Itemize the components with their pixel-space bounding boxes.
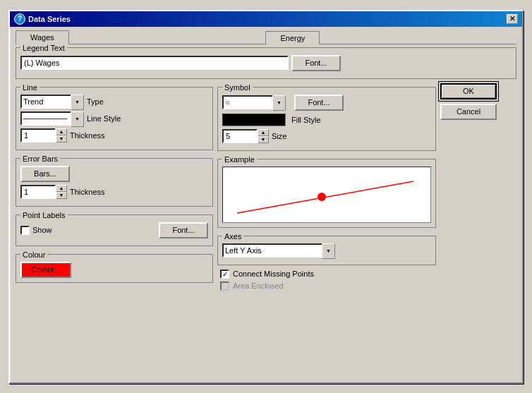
area-enclosed-row: Area Enclosed <box>220 282 436 291</box>
bars-button[interactable]: Bars... <box>20 166 70 182</box>
legend-fieldset: Legend Text Font... <box>16 44 516 79</box>
legend-input[interactable] <box>20 56 289 70</box>
line-thickness-down[interactable]: ▼ <box>56 135 67 143</box>
error-thickness-spinner: ▲ ▼ <box>20 185 67 199</box>
error-bars-fieldset: Error Bars Bars... ▲ ▼ Thickness <box>16 155 213 207</box>
symbol-size-input[interactable] <box>222 129 258 143</box>
checkboxes-area: ✓ Connect Missing Points Area Enclosed <box>217 270 436 291</box>
line-type-label: Type <box>87 97 104 106</box>
line-style-select[interactable]: ──────── <box>20 111 84 126</box>
axes-row: Left Y Axis <box>222 243 431 258</box>
tabs-container: Wages Energy <box>16 31 516 44</box>
example-svg <box>223 167 430 223</box>
error-thickness-down[interactable]: ▼ <box>56 192 67 199</box>
connect-missing-row: ✓ Connect Missing Points <box>220 270 436 279</box>
area-enclosed-checkbox <box>220 282 229 291</box>
symbol-size-spinner-btns: ▲ ▼ <box>258 129 269 143</box>
line-label: Line <box>20 83 40 92</box>
error-thickness-row: ▲ ▼ Thickness <box>20 185 208 199</box>
line-thickness-up[interactable]: ▲ <box>56 128 67 135</box>
line-thickness-spinner-btns: ▲ ▼ <box>56 128 67 143</box>
title-bar: ? Data Series ✕ <box>10 11 522 27</box>
line-thickness-label: Thickness <box>70 131 105 140</box>
axes-select[interactable]: Left Y Axis <box>222 243 335 258</box>
point-labels-font-button[interactable]: Font... <box>159 222 208 238</box>
legend-label: Legend Text <box>20 44 67 52</box>
tab-wages[interactable]: Wages <box>16 30 69 44</box>
help-icon: ? <box>14 13 25 25</box>
point-labels-label: Point Labels <box>20 211 68 219</box>
line-thickness-row: ▲ ▼ Thickness <box>20 128 208 143</box>
symbol-fill-row: Fill Style <box>222 114 431 126</box>
symbol-size-row: ▲ ▼ Size <box>222 129 431 143</box>
colour-fieldset: Colour Colour... <box>16 250 213 283</box>
legend-font-button[interactable]: Font... <box>291 55 341 71</box>
example-label: Example <box>222 155 257 164</box>
cancel-button[interactable]: Cancel <box>440 104 497 120</box>
line-style-row: ──────── Line Style <box>20 111 208 126</box>
show-label: Show <box>32 226 52 234</box>
symbol-size-label: Size <box>272 132 286 140</box>
svg-point-1 <box>318 193 326 201</box>
tab-energy[interactable]: Energy <box>265 31 320 44</box>
title-bar-left: ? Data Series <box>14 13 71 25</box>
line-thickness-spinner: ▲ ▼ <box>20 128 67 143</box>
colour-label: Colour <box>20 250 47 259</box>
symbol-font-button[interactable]: Font... <box>294 95 344 111</box>
symbol-fill-label: Fill Style <box>291 116 321 124</box>
ok-button[interactable]: OK <box>440 83 497 99</box>
colour-button[interactable]: Colour... <box>20 262 71 278</box>
line-thickness-input[interactable] <box>20 128 56 143</box>
bars-btn-row: Bars... <box>20 166 208 182</box>
connect-missing-label: Connect Missing Points <box>233 270 314 278</box>
tabs-row: Wages Energy <box>16 31 516 44</box>
action-buttons: OK Cancel <box>440 83 516 294</box>
main-area: Line Trend Type ──────── <box>16 83 516 294</box>
dialog-title: Data Series <box>28 15 71 23</box>
close-button[interactable]: ✕ <box>507 14 518 24</box>
error-thickness-input[interactable] <box>20 185 56 199</box>
point-labels-fieldset: Point Labels Show Font... <box>16 211 213 246</box>
example-fieldset: Example <box>217 155 436 228</box>
axes-label: Axes <box>222 232 243 241</box>
symbol-fieldset: Symbol ○ Font... <box>217 83 436 151</box>
line-style-label: Line Style <box>87 114 121 123</box>
symbol-size-spinner: ▲ ▼ <box>222 129 269 143</box>
legend-row: Font... <box>20 55 512 71</box>
symbol-type-row: ○ Font... <box>222 95 431 111</box>
example-preview <box>222 167 431 223</box>
error-thickness-up[interactable]: ▲ <box>56 185 67 192</box>
connect-missing-checkbox[interactable]: ✓ <box>220 270 229 279</box>
symbol-label: Symbol <box>222 83 253 92</box>
area-enclosed-label: Area Enclosed <box>233 282 284 290</box>
symbol-size-down[interactable]: ▼ <box>258 136 269 143</box>
show-checkbox[interactable] <box>20 226 30 235</box>
left-column: Line Trend Type ──────── <box>16 83 213 294</box>
error-thickness-spinner-btns: ▲ ▼ <box>56 185 67 199</box>
error-bars-label: Error Bars <box>20 155 60 163</box>
line-type-row: Trend Type <box>20 95 208 109</box>
point-labels-row: Show Font... <box>20 222 208 238</box>
dialog-body: Wages Energy Legend Text Font... <box>10 27 522 298</box>
axes-select-wrapper: Left Y Axis <box>222 243 335 258</box>
dialog-window: ? Data Series ✕ Wages Energy Legend Text <box>8 10 524 384</box>
axes-fieldset: Axes Left Y Axis <box>217 232 436 265</box>
error-thickness-label: Thickness <box>70 188 105 196</box>
line-fieldset: Line Trend Type ──────── <box>16 83 213 150</box>
line-type-select[interactable]: Trend <box>20 95 84 109</box>
symbol-type-select[interactable]: ○ <box>222 95 286 109</box>
right-column: Symbol ○ Font... <box>217 83 436 294</box>
line-style-wrapper: ──────── <box>20 111 84 126</box>
symbol-type-wrapper: ○ <box>222 95 286 109</box>
line-type-wrapper: Trend <box>20 95 84 109</box>
symbol-size-up[interactable]: ▲ <box>258 129 269 136</box>
